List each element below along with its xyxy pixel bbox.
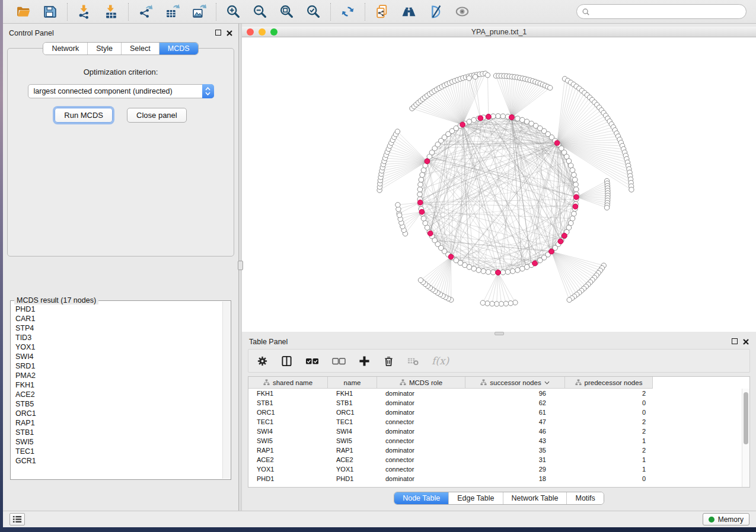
ring-node[interactable] [572, 177, 578, 182]
show-eye-button[interactable] [454, 4, 470, 20]
leaf-node[interactable] [604, 205, 609, 210]
ring-node[interactable] [471, 117, 477, 123]
leaf-node[interactable] [503, 301, 508, 306]
ring-node[interactable] [418, 182, 423, 187]
ring-node[interactable] [496, 114, 501, 119]
mcds-hub-node[interactable] [549, 249, 554, 254]
leaf-node[interactable] [548, 85, 553, 90]
copy-network-button[interactable] [374, 4, 390, 20]
mcds-result-item[interactable]: TEC1 [11, 447, 222, 456]
mcds-hub-node[interactable] [478, 116, 483, 121]
mcds-result-item[interactable]: SWI5 [11, 437, 222, 447]
mcds-result-item[interactable]: FKH1 [11, 380, 222, 390]
zoom-in-button[interactable] [225, 4, 241, 20]
mcds-hub-node[interactable] [496, 270, 501, 275]
table-row[interactable]: FKH1FKH1dominator962 [248, 389, 749, 398]
graphics-details-button[interactable] [428, 4, 444, 20]
export-image-button[interactable] [191, 4, 207, 20]
mcds-result-item[interactable]: RAP1 [11, 418, 222, 428]
ring-node[interactable] [421, 216, 426, 222]
export-table-button[interactable] [164, 4, 180, 20]
mcds-hub-node[interactable] [460, 122, 465, 127]
ring-node[interactable] [520, 266, 525, 271]
mcds-result-item[interactable]: GCR1 [11, 456, 222, 466]
select-all-button[interactable] [305, 355, 319, 367]
mcds-hub-node[interactable] [562, 233, 567, 239]
mcds-hub-node[interactable] [532, 261, 538, 266]
table-row[interactable]: PHD1PHD1dominator180 [248, 474, 749, 483]
leaf-node[interactable] [567, 297, 572, 302]
window-minimize-button[interactable] [259, 28, 266, 36]
ring-node[interactable] [417, 192, 423, 197]
table-row[interactable]: YOX1YOX1connector291 [248, 464, 749, 474]
mcds-result-item[interactable]: ORC1 [11, 409, 222, 418]
leaf-node[interactable] [485, 301, 490, 306]
search-input[interactable] [593, 8, 741, 16]
import-table-button[interactable] [103, 4, 119, 20]
refresh-layout-button[interactable] [340, 4, 356, 20]
export-network-button[interactable] [138, 4, 154, 20]
find-binoculars-button[interactable] [401, 4, 417, 20]
run-mcds-button[interactable]: Run MCDS [55, 108, 113, 123]
horizontal-splitter[interactable] [242, 332, 756, 335]
table-scrollbar[interactable] [742, 389, 749, 487]
deselect-all-button[interactable] [332, 355, 346, 367]
table-row[interactable]: SWI4SWI4dominator462 [248, 427, 749, 436]
close-panel-button[interactable] [227, 30, 232, 36]
tab-select[interactable]: Select [121, 43, 159, 55]
zoom-out-button[interactable] [252, 4, 268, 20]
leaf-node[interactable] [395, 129, 400, 134]
memory-button[interactable]: Memory [703, 513, 749, 525]
mcds-list-scrollbar[interactable] [222, 302, 230, 479]
float-panel-button[interactable] [215, 28, 221, 37]
mcds-hub-node[interactable] [425, 159, 430, 164]
ring-node[interactable] [573, 187, 579, 192]
table-row[interactable]: STB1STB1dominator620 [248, 398, 749, 408]
leaf-node[interactable] [395, 203, 400, 207]
mcds-hub-node[interactable] [486, 114, 492, 120]
tab-network-table[interactable]: Network Table [503, 492, 567, 504]
ring-node[interactable] [417, 187, 423, 192]
ring-node[interactable] [510, 268, 515, 274]
network-canvas[interactable] [242, 37, 756, 332]
mcds-result-item[interactable]: SRD1 [11, 361, 222, 371]
tab-style[interactable]: Style [87, 43, 121, 55]
settings-gear-button[interactable] [257, 355, 268, 367]
leaf-node[interactable] [508, 301, 513, 306]
mcds-result-item[interactable]: STB5 [11, 399, 222, 409]
ring-node[interactable] [419, 177, 424, 182]
ring-node[interactable] [572, 211, 577, 217]
column-header-name[interactable]: name [328, 377, 377, 388]
mcds-result-item[interactable]: STP4 [11, 323, 222, 333]
ring-node[interactable] [515, 268, 521, 273]
mcds-result-item[interactable]: STB1 [11, 428, 222, 437]
ring-node[interactable] [573, 182, 579, 187]
delete-row-button[interactable] [383, 355, 394, 367]
ring-node[interactable] [505, 270, 511, 275]
ring-node[interactable] [481, 268, 486, 274]
ring-node[interactable] [486, 270, 491, 275]
ring-node[interactable] [500, 270, 506, 275]
open-file-button[interactable] [15, 4, 31, 20]
leaf-node[interactable] [629, 187, 634, 192]
table-row[interactable]: SWI5SWI5connector431 [248, 436, 749, 446]
ring-node[interactable] [515, 116, 521, 121]
close-panel-button[interactable] [743, 339, 749, 345]
leaf-node[interactable] [495, 302, 499, 306]
close-panel-pushbutton[interactable]: Close panel [127, 108, 187, 123]
float-panel-button[interactable] [732, 337, 738, 346]
tab-mcds[interactable]: MCDS [159, 43, 198, 55]
ring-node[interactable] [572, 172, 577, 178]
window-close-button[interactable] [247, 28, 254, 36]
ring-node[interactable] [490, 270, 496, 275]
splitter-grip[interactable] [495, 332, 504, 335]
tab-network[interactable]: Network [43, 43, 87, 55]
ring-node[interactable] [570, 168, 575, 173]
leaf-node[interactable] [485, 73, 490, 78]
table-row[interactable]: TEC1TEC1connector472 [248, 417, 749, 427]
leaf-node[interactable] [473, 75, 477, 79]
zoom-fit-button[interactable] [279, 4, 295, 20]
mcds-result-item[interactable]: TID3 [11, 333, 222, 342]
splitter-grip[interactable] [238, 261, 243, 270]
mcds-result-item[interactable]: YOX1 [11, 342, 222, 352]
